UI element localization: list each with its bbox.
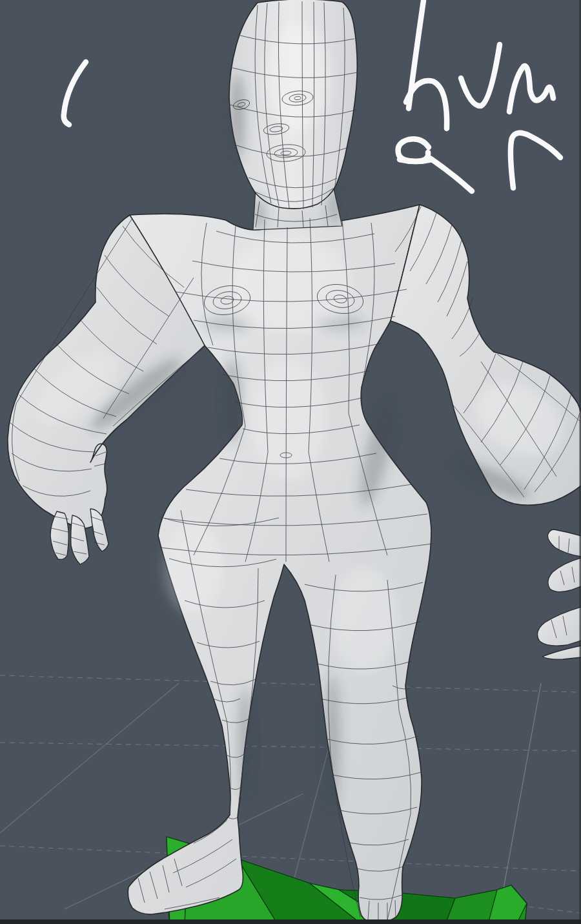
bottom-bar [0,919,581,924]
3d-viewport[interactable] [0,0,581,924]
letter-a-stroke [400,159,432,161]
